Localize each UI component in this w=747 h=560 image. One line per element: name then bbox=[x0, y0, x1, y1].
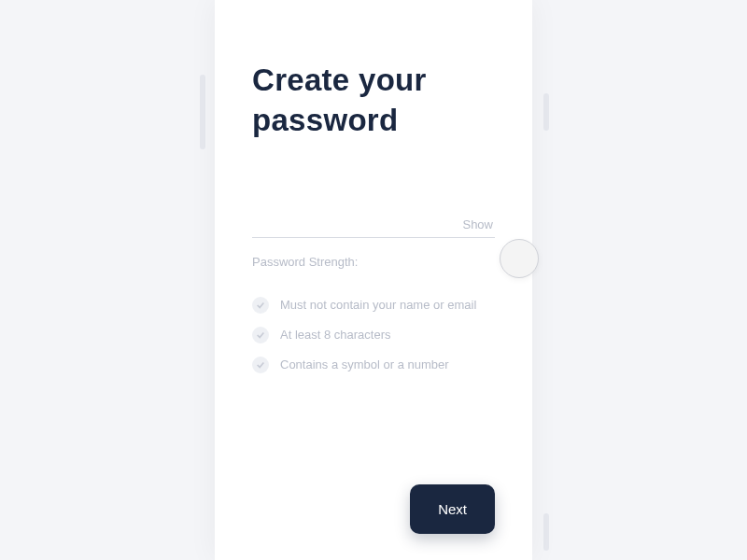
page-title: Create your password bbox=[252, 61, 495, 141]
password-input[interactable] bbox=[252, 216, 460, 231]
check-circle-icon bbox=[252, 357, 269, 373]
requirement-text: Contains a symbol or a number bbox=[280, 357, 449, 371]
requirement-item: Contains a symbol or a number bbox=[252, 357, 495, 373]
phone-frame: Create your password Show Password Stren… bbox=[215, 0, 532, 560]
requirement-item: Must not contain your name or email bbox=[252, 297, 495, 314]
requirement-item: At least 8 characters bbox=[252, 327, 495, 343]
password-input-row: Show bbox=[252, 216, 495, 238]
check-circle-icon bbox=[252, 297, 269, 314]
show-password-button[interactable]: Show bbox=[460, 217, 495, 231]
password-strength-label: Password Strength: bbox=[252, 255, 495, 269]
decorative-bar-right-2 bbox=[543, 513, 549, 551]
requirement-text: Must not contain your name or email bbox=[280, 298, 476, 312]
check-circle-icon bbox=[252, 327, 269, 343]
cursor-indicator-icon bbox=[500, 239, 539, 278]
decorative-bar-right-1 bbox=[543, 93, 549, 131]
requirement-text: At least 8 characters bbox=[280, 328, 391, 342]
password-requirements-list: Must not contain your name or email At l… bbox=[252, 297, 495, 373]
decorative-bar-left bbox=[200, 75, 205, 149]
next-button[interactable]: Next bbox=[410, 484, 495, 534]
